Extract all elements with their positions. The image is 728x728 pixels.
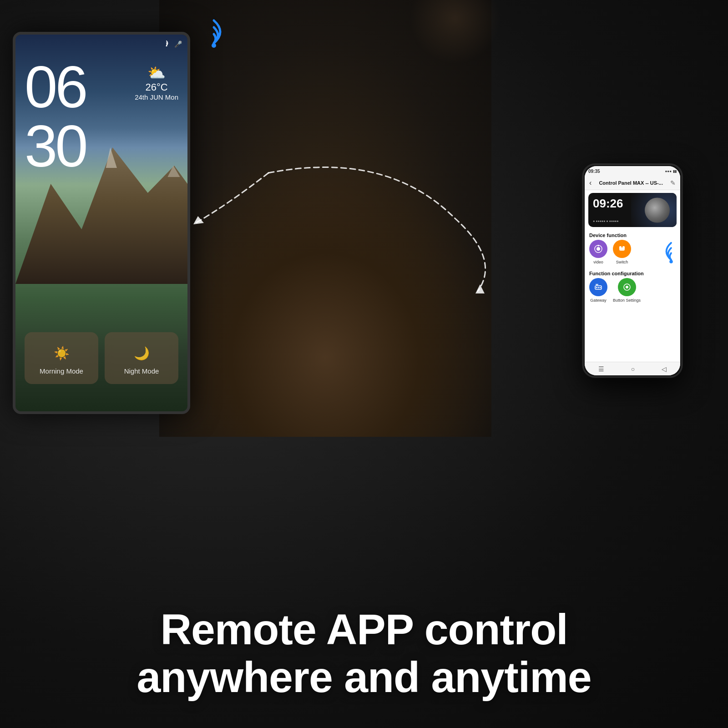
weather-icon: ⛅: [147, 64, 166, 81]
sofa-bg: [159, 173, 491, 437]
bottom-headline: Remote APP control anywhere and anytime: [0, 606, 728, 701]
tablet-screen: 🎤 06 30 ⛅ 26°C 24th JUN Mon ☀️ Morning M…: [15, 35, 187, 411]
tablet-device: 🎤 06 30 ⛅ 26°C 24th JUN Mon ☀️ Morning M…: [13, 32, 190, 414]
svg-rect-12: [619, 246, 622, 249]
svg-point-17: [596, 287, 597, 288]
wifi-signal-tablet: [196, 18, 232, 56]
edit-button[interactable]: ✎: [670, 179, 676, 187]
tablet-wifi-icon: [162, 40, 171, 48]
phone-bottom-nav: ☰ ○ ◁: [585, 362, 680, 375]
phone-status-time: 09:35: [588, 169, 600, 174]
nav-back-button[interactable]: ◁: [662, 365, 667, 373]
svg-point-21: [626, 286, 628, 288]
button-settings-label: Button Settings: [613, 298, 641, 303]
tablet-minute: 30: [25, 116, 86, 176]
nav-menu-button[interactable]: ☰: [598, 365, 604, 373]
switch-label: Switch: [616, 260, 628, 264]
weather-temperature: 26°C: [145, 81, 167, 93]
night-label: Night Mode: [124, 367, 159, 375]
svg-point-9: [597, 247, 600, 251]
signal-icon: ●●●: [665, 169, 672, 173]
button-settings-icon: [618, 278, 636, 296]
svg-point-7: [669, 260, 673, 263]
device-function-title: Device function: [585, 230, 680, 240]
wifi-signal-phone: [655, 241, 687, 270]
video-function[interactable]: video: [589, 240, 607, 264]
night-icon: 🌙: [134, 346, 150, 361]
tablet-time-display: 06 30: [25, 57, 86, 176]
svg-point-18: [598, 287, 599, 288]
tablet-weather-widget: ⛅ 26°C 24th JUN Mon: [135, 64, 178, 101]
morning-icon: ☀️: [54, 346, 70, 361]
video-label: video: [593, 260, 603, 264]
phone-clock-widget: 09:26 ● ●●●●● ● ●●●●●: [588, 193, 677, 227]
nav-home-button[interactable]: ○: [631, 365, 635, 373]
tablet-mode-cards: ☀️ Morning Mode 🌙 Night Mode: [25, 332, 178, 384]
tablet-statusbar: 🎤: [15, 38, 187, 50]
gateway-function[interactable]: Gateway: [589, 278, 607, 303]
app-title: Control Panel MAX -- US-...: [599, 180, 663, 186]
tablet-hour: 06: [25, 57, 86, 116]
battery-icon: ▮▮: [673, 169, 677, 173]
morning-label: Morning Mode: [40, 367, 83, 375]
button-settings-function[interactable]: Button Settings: [613, 278, 641, 303]
function-config-icons: Gateway Button Settings: [585, 278, 680, 306]
headline-line2: anywhere and anytime: [0, 653, 728, 701]
switch-function[interactable]: Switch: [613, 240, 631, 264]
phone-clock-time: 09:26: [593, 197, 623, 211]
weather-date: 24th JUN Mon: [135, 93, 178, 101]
gateway-icon: [589, 278, 607, 296]
night-mode-card[interactable]: 🌙 Night Mode: [105, 332, 178, 384]
svg-rect-13: [622, 246, 625, 249]
back-button[interactable]: ‹: [589, 179, 592, 187]
video-icon: [589, 240, 607, 258]
tablet-mic-icon: 🎤: [174, 40, 182, 48]
smartphone-device: 09:35 ●●● ▮▮ ‹ Control Panel MAX -- US-.…: [582, 164, 682, 378]
svg-point-19: [600, 287, 601, 288]
switch-icon: [613, 240, 631, 258]
phone-status-icons: ●●● ▮▮: [665, 169, 677, 173]
svg-point-10: [598, 245, 599, 247]
phone-statusbar: 09:35 ●●● ▮▮: [585, 166, 680, 176]
morning-mode-card[interactable]: ☀️ Morning Mode: [25, 332, 98, 384]
moon-graphic: [645, 197, 670, 222]
phone-screen: 09:35 ●●● ▮▮ ‹ Control Panel MAX -- US-.…: [585, 166, 680, 375]
svg-point-2: [212, 43, 216, 48]
phone-clock-sub: ● ●●●●● ● ●●●●●: [593, 219, 619, 222]
gateway-label: Gateway: [590, 298, 607, 303]
phone-app-header: ‹ Control Panel MAX -- US-... ✎: [585, 176, 680, 190]
headline-line1: Remote APP control: [0, 606, 728, 653]
